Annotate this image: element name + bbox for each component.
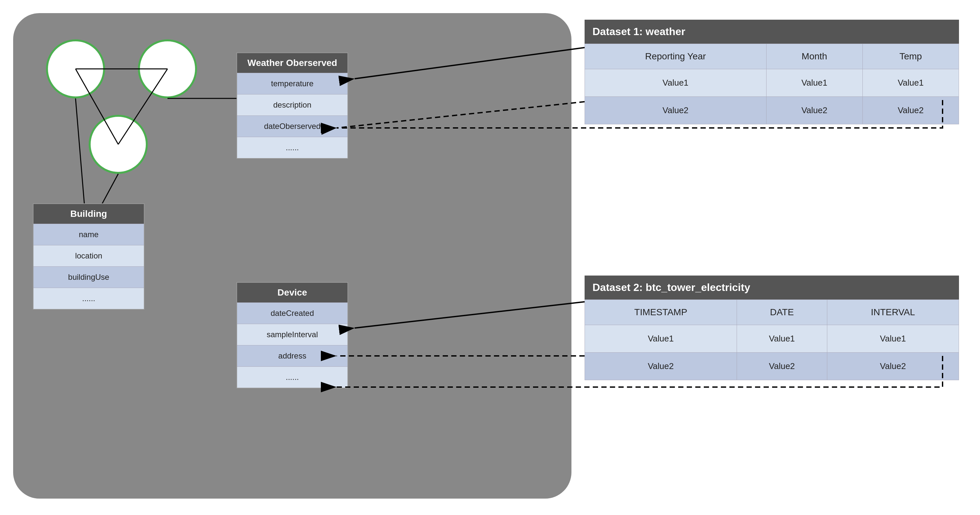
d1-r1-c2: Value1	[766, 69, 862, 97]
dataset-1-col-reporting-year: Reporting Year	[585, 44, 767, 69]
weather-row-more: ......	[237, 137, 347, 158]
dataset-2-container: Dataset 2: btc_tower_electricity TIMESTA…	[585, 276, 959, 380]
dataset-2-col-interval: INTERVAL	[827, 300, 959, 325]
device-row-more: ......	[237, 366, 347, 388]
building-row-name: name	[33, 224, 144, 245]
d1-r1-c3: Value1	[862, 69, 959, 97]
weather-header: Weather Oberserved	[237, 53, 347, 73]
d1-r2-c2: Value2	[766, 97, 862, 124]
dataset-2-col-date: DATE	[737, 300, 827, 325]
building-entity: Building name location buildingUse .....…	[33, 203, 145, 310]
dataset-2-header: Dataset 2: btc_tower_electricity	[585, 276, 959, 299]
main-diagram-container: Building name location buildingUse .....…	[13, 13, 571, 499]
d2-r1-c2: Value1	[737, 325, 827, 353]
weather-entity: Weather Oberserved temperature descripti…	[237, 52, 348, 159]
d1-r2-c3: Value2	[862, 97, 959, 124]
dataset-1-col-month: Month	[766, 44, 862, 69]
d2-r1-c3: Value1	[827, 325, 959, 353]
dataset-1-container: Dataset 1: weather Reporting Year Month …	[585, 20, 959, 124]
table-row: Value1 Value1 Value1	[585, 69, 959, 97]
device-row-address: address	[237, 345, 347, 366]
network-node-1	[46, 40, 105, 98]
weather-row-dateoberserved: dateOberserved	[237, 116, 347, 137]
dataset-1-col-temp: Temp	[862, 44, 959, 69]
device-row-sampleinterval: sampleInterval	[237, 324, 347, 345]
building-header: Building	[33, 204, 144, 224]
d2-r1-c1: Value1	[585, 325, 737, 353]
building-row-more: ......	[33, 288, 144, 309]
dataset-2-col-timestamp: TIMESTAMP	[585, 300, 737, 325]
dataset-1-header: Dataset 1: weather	[585, 20, 959, 44]
d1-r2-c1: Value2	[585, 97, 767, 124]
network-node-3	[89, 115, 148, 174]
device-row-datecreated: dateCreated	[237, 303, 347, 324]
dataset-2-table: TIMESTAMP DATE INTERVAL Value1 Value1 Va…	[585, 299, 959, 380]
svg-line-3	[76, 98, 85, 217]
table-row: Value2 Value2 Value2	[585, 353, 959, 380]
dataset-2-header-row: TIMESTAMP DATE INTERVAL	[585, 300, 959, 325]
weather-row-temperature: temperature	[237, 73, 347, 94]
dataset-1-table: Reporting Year Month Temp Value1 Value1 …	[585, 44, 959, 124]
table-row: Value2 Value2 Value2	[585, 97, 959, 124]
network-node-2	[138, 40, 197, 98]
device-entity: Device dateCreated sampleInterval addres…	[237, 282, 348, 388]
weather-row-description: description	[237, 94, 347, 116]
d2-r2-c1: Value2	[585, 353, 737, 380]
device-header: Device	[237, 283, 347, 303]
building-row-location: location	[33, 245, 144, 266]
d1-r1-c1: Value1	[585, 69, 767, 97]
d2-r2-c2: Value2	[737, 353, 827, 380]
dataset-1-header-row: Reporting Year Month Temp	[585, 44, 959, 69]
building-row-buildinguse: buildingUse	[33, 266, 144, 288]
table-row: Value1 Value1 Value1	[585, 325, 959, 353]
d2-r2-c3: Value2	[827, 353, 959, 380]
